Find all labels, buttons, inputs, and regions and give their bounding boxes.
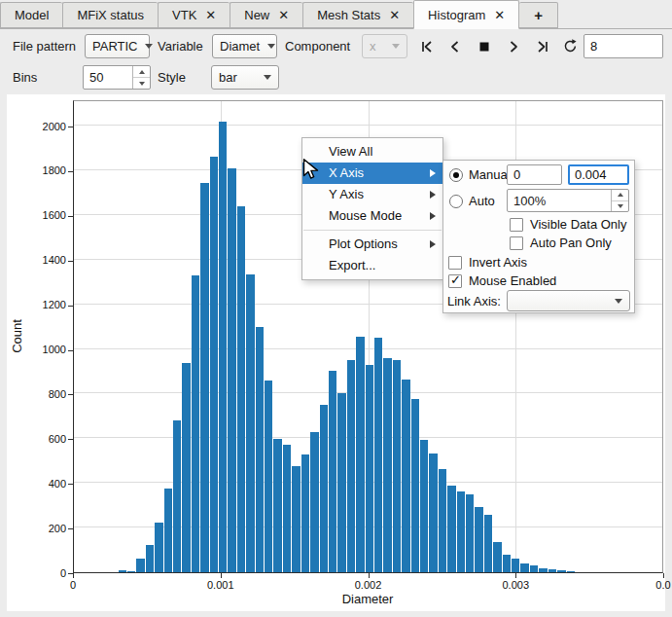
histogram-bar: [539, 568, 547, 572]
x-axis-min-input[interactable]: [507, 164, 562, 185]
component-value: x: [370, 39, 376, 54]
histogram-bar: [374, 338, 382, 572]
tab-mesh-stats[interactable]: Mesh Stats✕: [302, 2, 413, 28]
close-tab-icon[interactable]: ✕: [494, 9, 505, 21]
x-tick-label: 0.001: [201, 579, 240, 591]
visible-data-only-checkbox[interactable]: [510, 218, 523, 232]
x-tick-mark: [515, 573, 516, 578]
y-tick-label: 1200: [25, 299, 66, 310]
refresh-icon: [562, 38, 579, 54]
histogram-bar: [192, 275, 199, 572]
auto-pan-only-checkbox[interactable]: [510, 236, 523, 250]
close-tab-icon[interactable]: ✕: [389, 9, 400, 21]
invert-axis-checkbox[interactable]: [448, 256, 462, 270]
tab-model[interactable]: Model: [0, 2, 62, 28]
skip-to-start-icon: [419, 39, 435, 54]
histogram-bar: [182, 363, 190, 572]
histogram-bar: [429, 454, 437, 572]
close-tab-icon[interactable]: ✕: [205, 9, 216, 21]
menu-item-plot-options[interactable]: Plot Options: [302, 234, 442, 255]
bins-value: 50: [89, 70, 103, 85]
x-tick-label: 0: [53, 579, 92, 591]
submenu-arrow-icon: [430, 191, 436, 199]
menu-item-x-axis[interactable]: X Axis: [302, 163, 442, 184]
tab-new[interactable]: New✕: [230, 2, 302, 28]
auto-pan-only-label: Auto Pan Only: [530, 234, 612, 253]
step-forward-button[interactable]: [500, 33, 526, 59]
histogram-bar: [219, 122, 227, 573]
bins-spinbox[interactable]: 50: [83, 65, 151, 90]
spin-down-icon[interactable]: [618, 204, 623, 208]
tab-mfix-status[interactable]: MFiX status: [62, 2, 158, 28]
tab-bar: ModelMFiX statusVTK✕New✕Mesh Stats✕Histo…: [0, 0, 672, 29]
variable-select[interactable]: Diamet: [212, 34, 277, 58]
auto-radio[interactable]: [449, 195, 463, 208]
component-label: Component: [285, 34, 350, 58]
skip-to-start-button[interactable]: [413, 33, 440, 59]
y-tick-mark: [68, 528, 73, 529]
skip-to-end-button[interactable]: [529, 33, 555, 59]
mouse-enabled-checkbox[interactable]: [448, 274, 462, 288]
y-tick-mark: [68, 261, 73, 262]
file-pattern-select[interactable]: PARTIC: [85, 34, 150, 58]
stop-button[interactable]: [471, 33, 497, 59]
file-pattern-value: PARTIC: [92, 39, 137, 54]
variable-value: Diamet: [220, 39, 260, 54]
new-tab-button[interactable]: +: [519, 2, 558, 28]
y-tick-mark: [68, 216, 73, 217]
menu-item-y-axis[interactable]: Y Axis: [302, 184, 442, 205]
menu-item-view-all[interactable]: View All: [302, 141, 442, 163]
manual-radio[interactable]: [449, 168, 463, 182]
y-axis-label: Count: [10, 308, 24, 366]
spin-down-icon[interactable]: [139, 82, 145, 86]
variable-label: Variable: [158, 34, 203, 58]
histogram-bar: [173, 420, 181, 572]
refresh-button[interactable]: [557, 33, 584, 59]
histogram-bar: [567, 571, 575, 572]
spin-up-icon[interactable]: [618, 193, 623, 197]
menu-item-export[interactable]: Export...: [302, 255, 442, 276]
x-tick-label: 0.003: [496, 579, 535, 591]
menu-item-label: Y Axis: [329, 187, 364, 201]
menu-item-label: Mouse Mode: [329, 208, 402, 223]
x-axis-max-input[interactable]: [568, 164, 629, 185]
histogram-bar: [457, 491, 465, 572]
close-tab-icon[interactable]: ✕: [278, 9, 289, 21]
skip-to-end-icon: [535, 39, 550, 54]
spinner-buttons[interactable]: [132, 66, 150, 89]
histogram-bar: [383, 358, 391, 573]
auto-percent-spinbox[interactable]: 100%: [507, 189, 629, 212]
histogram-bar: [256, 327, 264, 572]
histogram-bar: [246, 274, 254, 572]
histogram-bar: [310, 432, 318, 572]
spin-up-icon[interactable]: [139, 70, 145, 74]
step-back-button[interactable]: [442, 33, 468, 59]
tab-histogram[interactable]: Histogram✕: [413, 0, 519, 29]
chevron-down-icon: [392, 44, 400, 49]
style-select[interactable]: bar: [211, 65, 279, 90]
histogram-bar: [283, 445, 291, 572]
submenu-arrow-icon: [430, 212, 436, 220]
histogram-bar: [439, 469, 446, 572]
histogram-bar: [301, 454, 309, 572]
y-tick-mark: [68, 350, 73, 351]
auto-label: Auto: [469, 192, 495, 211]
tab-vtk[interactable]: VTK✕: [158, 2, 230, 28]
spinner-buttons[interactable]: [611, 190, 628, 211]
y-tick-mark: [68, 127, 73, 127]
chevron-down-icon: [615, 299, 622, 304]
tab-label: Histogram: [428, 8, 485, 22]
link-axis-label: Link Axis:: [447, 292, 501, 311]
menu-item-mouse-mode[interactable]: Mouse Mode: [302, 205, 442, 227]
tab-label: New: [244, 8, 269, 22]
histogram-bar: [200, 183, 208, 572]
tab-label: MFiX status: [77, 8, 144, 22]
histogram-bar: [420, 440, 428, 572]
link-axis-select[interactable]: [507, 290, 630, 311]
y-tick-mark: [68, 394, 73, 395]
histogram-bar: [402, 380, 409, 572]
x-tick-mark: [221, 573, 222, 578]
y-tick-mark: [68, 484, 73, 485]
frame-number-input[interactable]: [584, 34, 663, 58]
y-tick-mark: [68, 439, 73, 440]
